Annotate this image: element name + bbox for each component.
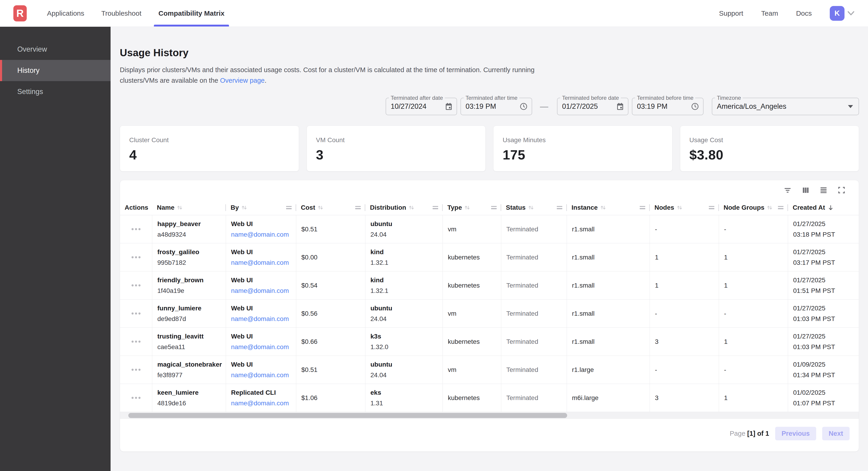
column-label: Instance xyxy=(571,204,598,211)
cost-value: $0.66 xyxy=(301,338,365,346)
cluster-id: a48d9324 xyxy=(157,231,226,238)
columns-icon[interactable] xyxy=(801,186,810,195)
status-value: Terminated xyxy=(506,366,567,374)
terminated-after-time-input[interactable]: Terminated after time 03:19 PM xyxy=(461,98,532,115)
cell-instance: r1.large xyxy=(567,356,650,384)
cell-name: magical_stonebrakerfe3f8977 xyxy=(152,356,226,384)
stat-card-cluster-count: Cluster Count 4 xyxy=(120,125,299,171)
cell-by: Web UIname@domain.com xyxy=(226,243,296,271)
created-by-source: Web UI xyxy=(231,276,296,284)
cell-name: frosty_galileo995b7182 xyxy=(152,243,226,271)
table-row: frosty_galileo995b7182Web UIname@domain.… xyxy=(120,243,859,271)
status-value: Terminated xyxy=(506,338,567,346)
row-actions-button[interactable] xyxy=(120,271,152,299)
column-menu-icon[interactable] xyxy=(286,206,292,209)
fullscreen-icon[interactable] xyxy=(837,186,846,195)
sidebar-item-settings[interactable]: Settings xyxy=(0,81,111,102)
next-page-button[interactable]: Next xyxy=(822,427,849,440)
horizontal-scrollbar-track[interactable] xyxy=(120,412,859,419)
column-header-name[interactable]: Name xyxy=(152,200,226,215)
type-value: vm xyxy=(448,226,501,233)
column-header-node-groups[interactable]: Node Groups xyxy=(719,200,788,215)
cluster-name: happy_beaver xyxy=(157,220,226,228)
terminated-after-date-input[interactable]: Terminated after date 10/27/2024 xyxy=(385,98,457,115)
cell-instance: r1.small xyxy=(567,328,650,356)
column-menu-icon[interactable] xyxy=(491,206,497,209)
created-by-source: Web UI xyxy=(231,333,296,340)
overview-page-link[interactable]: Overview page xyxy=(220,77,265,84)
sidebar-item-history[interactable]: History xyxy=(0,60,111,81)
filter-icon[interactable] xyxy=(783,186,792,195)
created-by-email-link[interactable]: name@domain.com xyxy=(231,315,296,323)
replicated-logo[interactable]: R xyxy=(13,5,27,22)
cell-created-at: 01/27/202503:17 PM PST xyxy=(788,243,859,271)
column-header-type[interactable]: Type xyxy=(443,200,501,215)
column-menu-icon[interactable] xyxy=(557,206,562,209)
density-icon[interactable] xyxy=(819,186,828,195)
terminated-before-date-input[interactable]: Terminated before date 01/27/2025 xyxy=(557,98,628,115)
nav-link-support[interactable]: Support xyxy=(719,9,743,17)
calendar-icon[interactable] xyxy=(616,102,624,110)
clock-icon[interactable] xyxy=(520,102,528,110)
nav-link-docs[interactable]: Docs xyxy=(796,9,812,17)
column-header-instance[interactable]: Instance xyxy=(567,200,650,215)
row-actions-button[interactable] xyxy=(120,356,152,384)
row-actions-button[interactable] xyxy=(120,384,152,412)
status-value: Terminated xyxy=(506,226,567,233)
created-by-email-link[interactable]: name@domain.com xyxy=(231,343,296,351)
horizontal-scrollbar-thumb[interactable] xyxy=(128,413,567,418)
cell-distribution: k3s1.32.0 xyxy=(365,328,443,356)
user-menu[interactable]: K xyxy=(830,6,855,21)
row-actions-button[interactable] xyxy=(120,328,152,356)
column-header-status[interactable]: Status xyxy=(501,200,567,215)
instance-value: r1.small xyxy=(572,254,650,261)
instance-value: r1.small xyxy=(572,226,650,233)
distribution-version: 1.31 xyxy=(370,400,442,407)
column-header-cost[interactable]: Cost xyxy=(296,200,365,215)
column-menu-icon[interactable] xyxy=(640,206,645,209)
calendar-icon[interactable] xyxy=(445,102,453,110)
tab-troubleshoot[interactable]: Troubleshoot xyxy=(101,0,142,27)
column-menu-icon[interactable] xyxy=(778,206,783,209)
tab-applications[interactable]: Applications xyxy=(47,0,84,27)
actions-dots-icon xyxy=(135,228,137,230)
created-by-email-link[interactable]: name@domain.com xyxy=(231,259,296,266)
sidebar-item-overview[interactable]: Overview xyxy=(0,39,111,60)
column-label: Name xyxy=(157,204,175,211)
nodes-value: - xyxy=(655,310,719,317)
tab-compatibility-matrix[interactable]: Compatibility Matrix xyxy=(158,0,225,27)
row-actions-button[interactable] xyxy=(120,243,152,271)
row-actions-button[interactable] xyxy=(120,300,152,327)
terminated-before-time-input[interactable]: Terminated before time 03:19 PM xyxy=(632,98,704,115)
nodes-value: - xyxy=(655,226,719,233)
column-header-created-at[interactable]: Created At xyxy=(788,200,859,215)
cell-name: keen_lumiere4819de16 xyxy=(152,384,226,412)
column-menu-icon[interactable] xyxy=(433,206,438,209)
nav-link-team[interactable]: Team xyxy=(761,9,778,17)
timezone-select[interactable]: Timezone America/Los_Angeles xyxy=(712,98,859,115)
column-header-nodes[interactable]: Nodes xyxy=(650,200,719,215)
distribution-name: eks xyxy=(370,389,442,396)
created-by-email-link[interactable]: name@domain.com xyxy=(231,287,296,294)
type-value: kubernetes xyxy=(448,254,501,261)
page-title: Usage History xyxy=(120,47,859,59)
actions-dots-icon xyxy=(138,228,141,230)
distribution-name: kind xyxy=(370,276,442,284)
row-actions-button[interactable] xyxy=(120,215,152,243)
sort-icon xyxy=(766,204,773,211)
column-label: Nodes xyxy=(654,204,674,211)
clock-icon[interactable] xyxy=(691,102,699,110)
created-date: 01/27/2025 xyxy=(793,305,859,312)
column-menu-icon[interactable] xyxy=(355,206,361,209)
column-menu-icon[interactable] xyxy=(709,206,714,209)
created-by-email-link[interactable]: name@domain.com xyxy=(231,372,296,379)
active-tab-indicator xyxy=(154,25,229,27)
created-by-email-link[interactable]: name@domain.com xyxy=(231,400,296,407)
previous-page-button[interactable]: Previous xyxy=(775,427,816,440)
column-header-distribution[interactable]: Distribution xyxy=(365,200,443,215)
created-by-source: Replicated CLI xyxy=(231,389,296,396)
sort-icon xyxy=(600,204,607,211)
column-header-by[interactable]: By xyxy=(226,200,296,215)
cell-instance: r1.small xyxy=(567,300,650,327)
created-by-email-link[interactable]: name@domain.com xyxy=(231,231,296,238)
